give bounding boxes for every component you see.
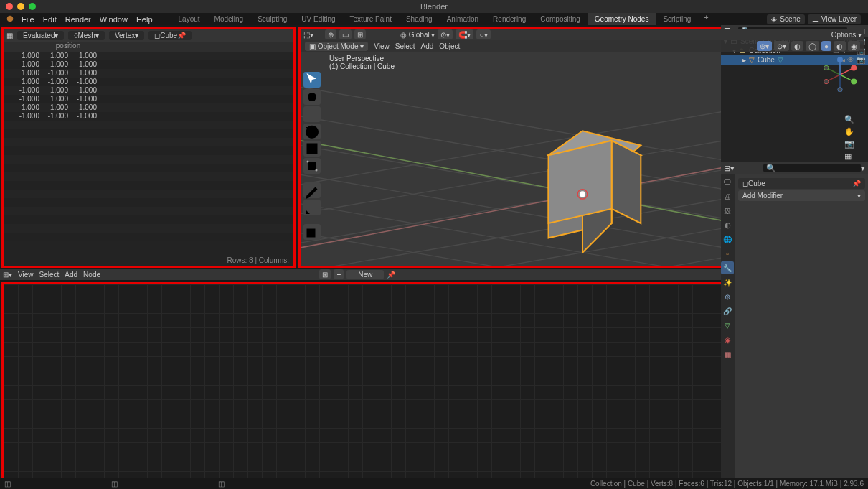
shading-solid-icon[interactable]: ●: [821, 41, 831, 51]
eval-dropdown[interactable]: Evaluated ▾: [17, 31, 64, 40]
menu-window[interactable]: Window: [95, 15, 132, 24]
pivot-icon[interactable]: ⊙▾: [438, 29, 453, 39]
prop-tab-render[interactable]: 🖵: [721, 175, 734, 188]
measure-tool[interactable]: [303, 200, 321, 215]
props-search-input[interactable]: 🔍: [763, 164, 861, 172]
vp-menu-add[interactable]: Add: [421, 42, 434, 50]
node-browse-icon[interactable]: ⊞: [319, 269, 331, 279]
vertex-dropdown[interactable]: Vertex ▾: [109, 31, 144, 40]
tab-rendering[interactable]: Rendering: [486, 13, 533, 25]
tab-compositing[interactable]: Compositing: [533, 13, 588, 25]
table-row[interactable]: -1.0001.0001.000: [4, 86, 293, 95]
table-row[interactable]: 1.0001.0001.000: [4, 52, 293, 60]
menu-render[interactable]: Render: [61, 15, 95, 24]
prop-tab-output[interactable]: 🖨: [721, 190, 734, 202]
tab-shading[interactable]: Shading: [399, 13, 440, 25]
tab-modeling[interactable]: Modeling: [207, 13, 251, 25]
nav-gizmo[interactable]: [823, 57, 857, 92]
snap-icon[interactable]: ⊞: [354, 29, 366, 39]
orientation-dropdown[interactable]: ◎ Global ▾: [400, 31, 435, 39]
new-nodetree-button[interactable]: New: [346, 270, 384, 279]
add-tool[interactable]: [303, 224, 321, 240]
overlay-toggle-icon[interactable]: ⊙▾: [774, 41, 789, 51]
shading-rendered-icon[interactable]: ◉: [848, 41, 860, 51]
zoom-icon[interactable]: 🔍: [844, 115, 862, 124]
prop-tab-constraints[interactable]: 🔗: [721, 304, 734, 317]
maximize-window-icon[interactable]: [29, 3, 36, 10]
select-tool[interactable]: [303, 72, 321, 88]
camera-icon[interactable]: 📷: [844, 139, 862, 149]
prop-tab-world[interactable]: 🌐: [721, 233, 734, 246]
table-row[interactable]: -1.000-1.000-1.000: [4, 112, 293, 121]
props-opt-icon[interactable]: ▾: [861, 164, 865, 173]
pin-icon[interactable]: 📌: [852, 180, 861, 187]
table-row[interactable]: 1.000-1.0001.000: [4, 69, 293, 78]
tab-texture[interactable]: Texture Paint: [343, 13, 399, 25]
node-menu-node[interactable]: Node: [83, 271, 100, 279]
shading-wire-icon[interactable]: ◯: [806, 41, 819, 51]
mode-dropdown[interactable]: ▣ Object Mode ▾: [305, 42, 368, 51]
tab-scripting[interactable]: Scripting: [656, 13, 698, 25]
frame-icon[interactable]: ▭: [339, 29, 352, 39]
proportional-icon[interactable]: ○▾: [476, 29, 490, 39]
props-obj-name[interactable]: Cube: [748, 180, 765, 187]
prop-tab-modifiers[interactable]: 🔧: [721, 261, 734, 274]
transform-tool[interactable]: [303, 158, 321, 174]
cursor-tool-icon[interactable]: ⊕: [325, 29, 336, 39]
node-menu-add[interactable]: Add: [65, 271, 77, 279]
xray-icon[interactable]: ◐: [791, 41, 803, 51]
spreadsheet-icon[interactable]: ▦: [6, 32, 13, 39]
table-row[interactable]: -1.000-1.0001.000: [4, 103, 293, 112]
close-window-icon[interactable]: [6, 3, 13, 10]
table-row[interactable]: 1.0001.000-1.000: [4, 60, 293, 69]
scale-tool[interactable]: [303, 141, 321, 157]
menu-file[interactable]: File: [17, 15, 39, 24]
gizmo-toggle-icon[interactable]: ⊚▾: [757, 41, 772, 51]
tab-animation[interactable]: Animation: [440, 13, 486, 25]
annotate-tool[interactable]: [303, 182, 321, 198]
cursor-tool[interactable]: [303, 89, 321, 105]
tab-geometry-nodes[interactable]: Geometry Nodes: [588, 13, 656, 25]
scene-selector[interactable]: ◈Scene: [767, 14, 804, 24]
tab-sculpting[interactable]: Sculpting: [250, 13, 294, 25]
add-modifier-button[interactable]: Add Modifier▾: [738, 190, 865, 201]
tab-layout[interactable]: Layout: [171, 13, 207, 25]
node-editor-icon[interactable]: ⊞▾: [3, 271, 12, 279]
menu-edit[interactable]: Edit: [39, 15, 61, 24]
table-row[interactable]: 1.000-1.000-1.000: [4, 78, 293, 86]
prop-tab-scene[interactable]: ◐: [721, 218, 734, 231]
props-editor-icon[interactable]: ⊞▾: [724, 164, 735, 173]
add-workspace-button[interactable]: +: [698, 13, 714, 25]
prop-tab-particles[interactable]: ✨: [721, 276, 734, 289]
persp-toggle-icon[interactable]: ▦: [844, 152, 862, 161]
node-menu-view[interactable]: View: [18, 271, 34, 279]
obj-pin[interactable]: ◻ Cube 📌: [148, 31, 192, 40]
node-add-icon[interactable]: +: [334, 269, 344, 279]
vp-menu-view[interactable]: View: [374, 42, 390, 50]
viewport-editor-icon[interactable]: ⬚▾: [303, 31, 313, 39]
mesh-dropdown[interactable]: ◊ Mesh ▾: [68, 31, 104, 40]
tab-uv[interactable]: UV Editing: [294, 13, 342, 25]
prop-tab-physics[interactable]: ⊚: [721, 290, 734, 303]
vp-menu-select[interactable]: Select: [395, 42, 415, 50]
table-row[interactable]: -1.0001.000-1.000: [4, 95, 293, 103]
prop-tab-material[interactable]: ◉: [721, 333, 734, 346]
pin-icon[interactable]: 📌: [387, 271, 395, 279]
prop-tab-texture[interactable]: ▦: [721, 348, 734, 360]
chevron-right-icon[interactable]: ▸: [742, 56, 746, 64]
menu-help[interactable]: Help: [132, 15, 157, 24]
hand-icon[interactable]: ✋: [844, 127, 862, 136]
prop-tab-viewlayer[interactable]: 🖼: [721, 204, 734, 217]
move-tool[interactable]: [303, 106, 321, 122]
render-icon[interactable]: 📷: [857, 56, 865, 64]
magnet-icon[interactable]: 🧲▾: [456, 29, 473, 39]
view-layer-selector[interactable]: ☰View Layer: [808, 14, 861, 24]
minimize-window-icon[interactable]: [17, 3, 24, 10]
node-menu-select[interactable]: Select: [39, 271, 60, 279]
options-dropdown[interactable]: Options ▾: [831, 31, 862, 39]
rotate-tool[interactable]: [303, 124, 321, 139]
shading-matprev-icon[interactable]: ◐: [834, 41, 846, 51]
vp-menu-object[interactable]: Object: [439, 42, 460, 50]
prop-tab-mesh[interactable]: ▽: [721, 319, 734, 332]
cube-label[interactable]: Cube: [758, 56, 775, 64]
